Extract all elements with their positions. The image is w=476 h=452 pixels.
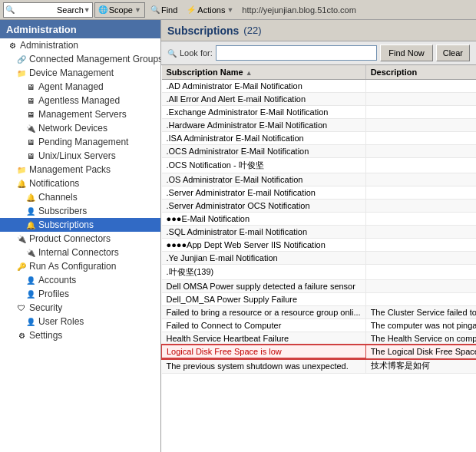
gear-icon: ⚙ [6, 39, 18, 51]
search-box[interactable]: 🔍 Search ▼ [3, 2, 93, 18]
group-icon: 🔗 [15, 53, 28, 65]
find-button[interactable]: 🔍 Find [147, 2, 181, 18]
table-body: .AD Administrator E-Mail Notification.Al… [162, 80, 477, 374]
subscription-desc-cell: 技术博客是如何 [365, 358, 476, 374]
sort-arrow-name: ▲ [246, 69, 253, 77]
sidebar-item-internal-connectors[interactable]: 🔌Internal Connectors [0, 246, 160, 259]
find-icon: 🔍 [150, 5, 160, 14]
subscription-desc-cell [365, 80, 476, 93]
table-row[interactable]: ●●●●App Dept Web Server IIS Notification [162, 239, 477, 252]
table-row[interactable]: Failed to Connect to ComputerThe compute… [162, 319, 477, 332]
table-row[interactable]: .ISA Administrator E-Mail Notification [162, 132, 477, 145]
sidebar-item-administration[interactable]: ⚙Administration [0, 38, 160, 52]
subscription-desc-cell: The Cluster Service failed to b [365, 306, 476, 319]
sidebar-item-label-profiles: Profiles [38, 289, 69, 299]
sidebar-item-subscribers[interactable]: 👤Subscribers [0, 204, 160, 218]
search-label: Search [57, 5, 84, 15]
subscription-desc-cell: The computer was not pingab [365, 319, 476, 332]
sidebar-item-user-roles[interactable]: 👤User Roles [0, 315, 160, 328]
sidebar-item-label-product-connectors: Product Connectors [29, 233, 111, 244]
sidebar-item-management-packs[interactable]: 📁Management Packs [0, 163, 160, 177]
subscription-name-cell: .Exchange Administrator E-Mail Notificat… [162, 106, 366, 119]
sidebar-item-label-pending-management: Pending Management [38, 137, 128, 147]
sidebar-item-security[interactable]: 🛡Security [0, 301, 160, 315]
sidebar-item-label-device-management: Device Management [29, 68, 114, 78]
table-row[interactable]: .Ye Junjian E-mail Notification [162, 252, 477, 265]
subscription-desc-cell [365, 252, 476, 265]
subscription-name-cell: .Server Administrator E-mail Notificatio… [162, 186, 366, 200]
sidebar-item-label-network-devices: Network Devices [38, 123, 107, 134]
sidebar-item-agentless-managed[interactable]: 🖥Agentless Managed [0, 94, 160, 107]
sidebar-item-product-connectors[interactable]: 🔌Product Connectors [0, 232, 160, 246]
sidebar-item-management-servers[interactable]: 🖥Management Servers [0, 107, 160, 121]
subscription-desc-cell [365, 265, 476, 280]
scope-label: Scope [109, 5, 133, 15]
search-dropdown-icon[interactable]: ▼ [84, 6, 91, 14]
sidebar-item-settings[interactable]: ⚙Settings [0, 328, 160, 342]
scope-button[interactable]: 🌐 Scope ▼ [94, 2, 145, 18]
sidebar-item-subscriptions[interactable]: 🔔Subscriptions [0, 218, 160, 232]
sidebar: Administration ⚙Administration🔗Connected… [0, 20, 161, 452]
sidebar-item-channels[interactable]: 🔔Channels [0, 190, 160, 204]
actions-label: Actions [197, 5, 225, 15]
table-row[interactable]: .Hardware Administrator E-Mail Notificat… [162, 119, 477, 132]
table-row[interactable]: .Server Administrator OCS Notification [162, 200, 477, 213]
table-row[interactable]: .叶俊坚(139) [162, 265, 477, 280]
sidebar-item-profiles[interactable]: 👤Profiles [0, 287, 160, 301]
sidebar-item-label-agent-managed: Agent Managed [38, 81, 104, 92]
subscription-desc-cell [365, 213, 476, 226]
subscription-name-cell: Failed to Connect to Computer [162, 319, 366, 332]
subscription-name-cell: .Ye Junjian E-mail Notification [162, 252, 366, 265]
table-row[interactable]: Failed to bring a resource or a resource… [162, 306, 477, 319]
table-row[interactable]: .Exchange Administrator E-Mail Notificat… [162, 106, 477, 119]
bell-icon: 🔔 [25, 191, 37, 203]
sidebar-item-accounts[interactable]: 👤Accounts [0, 273, 160, 287]
subscription-name-cell: .AD Administrator E-Mail Notification [162, 80, 366, 93]
sidebar-item-unix-linux-servers[interactable]: 🖥Unix/Linux Servers [0, 149, 160, 163]
table-row[interactable]: Dell_OM_SA Power Supply Failure [162, 293, 477, 306]
subscription-name-cell: Logical Disk Free Space is low [162, 345, 366, 358]
actions-button[interactable]: ⚡ Actions ▼ [183, 2, 237, 18]
col-header-name[interactable]: Subscription Name ▲ [162, 65, 366, 80]
sidebar-item-network-devices[interactable]: 🔌Network Devices [0, 121, 160, 135]
table-row[interactable]: .All Error And Alert E-mail Notification [162, 93, 477, 106]
table-row[interactable]: Health Service Heartbeat FailureThe Heal… [162, 332, 477, 345]
find-now-button[interactable]: Find Now [380, 45, 432, 61]
sidebar-item-label-accounts: Accounts [38, 275, 76, 285]
bell-icon: 🔔 [25, 219, 37, 231]
subscription-name-cell: Failed to bring a resource or a resource… [162, 306, 366, 319]
table-row[interactable]: .Server Administrator E-mail Notificatio… [162, 186, 477, 200]
sidebar-item-run-as-configuration[interactable]: 🔑Run As Configuration [0, 259, 160, 273]
sidebar-item-agent-managed[interactable]: 🖥Agent Managed [0, 80, 160, 94]
table-row[interactable]: .OCS Notification - 叶俊坚 [162, 158, 477, 173]
subscription-name-cell: .ISA Administrator E-Mail Notification [162, 132, 366, 145]
clear-button[interactable]: Clear [436, 45, 470, 61]
subscription-name-cell: Dell OMSA Power supply detected a failur… [162, 280, 366, 293]
look-for-input[interactable] [216, 45, 377, 61]
folder-icon: 📁 [15, 163, 28, 176]
table-row[interactable]: Dell OMSA Power supply detected a failur… [162, 280, 477, 293]
subscription-desc-cell [365, 239, 476, 252]
subscription-name-cell: ●●●●App Dept Web Server IIS Notification [162, 239, 366, 252]
sidebar-item-pending-management[interactable]: 🖥Pending Management [0, 135, 160, 149]
table-row[interactable]: ●●●E-Mail Notification [162, 213, 477, 226]
table-row[interactable]: The previous system shutdown was unexpec… [162, 358, 477, 374]
table-row[interactable]: Logical Disk Free Space is lowThe Logica… [162, 345, 477, 358]
search-input[interactable] [15, 5, 57, 15]
sidebar-item-label-administration: Administration [20, 40, 78, 51]
sidebar-item-connected-groups[interactable]: 🔗Connected Management Groups [0, 52, 160, 66]
user-icon: 👤 [25, 274, 37, 286]
col-header-desc[interactable]: Description [365, 65, 476, 80]
subscription-desc-cell [365, 280, 476, 293]
sidebar-item-notifications[interactable]: 🔔Notifications [0, 177, 160, 190]
shield-icon: 🛡 [15, 302, 28, 314]
table-row[interactable]: .OCS Administrator E-Mail Notification [162, 145, 477, 158]
table-row[interactable]: .OS Administrator E-Mail Notification [162, 173, 477, 186]
sidebar-item-label-management-servers: Management Servers [38, 109, 127, 120]
table-row[interactable]: .AD Administrator E-Mail Notification [162, 80, 477, 93]
table-row[interactable]: .SQL Administrator E-mail Notification [162, 226, 477, 239]
sidebar-item-device-management[interactable]: 📁Device Management [0, 66, 160, 80]
subscription-desc-cell [365, 293, 476, 306]
subscriptions-table: Subscription Name ▲ Description .AD Admi… [161, 65, 476, 374]
sidebar-title: Administration [6, 24, 77, 35]
